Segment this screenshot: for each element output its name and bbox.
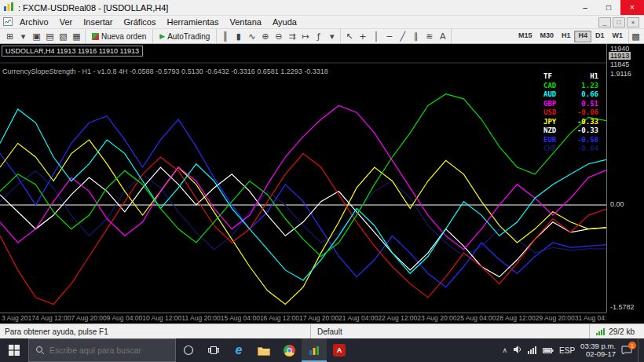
legend-rows: CAD1.23AUD0.66GBP0.51USD-0.06JPY-0.33NZD… (543, 82, 598, 154)
legend-row-aud: AUD0.66 (543, 90, 598, 100)
notification-center-button[interactable]: 1 (621, 346, 632, 355)
child-restore-icon[interactable]: □ (613, 17, 625, 27)
autotrading-button[interactable]: ▶ AutoTrading (155, 30, 214, 43)
chart-shift-icon[interactable]: ↦ (298, 30, 312, 43)
maximize-button[interactable]: □ (597, 0, 620, 15)
zoom-in-icon[interactable]: ⊕ (258, 30, 272, 43)
acrobat-button[interactable]: A (327, 338, 352, 362)
task-view-button[interactable] (201, 338, 226, 362)
menu-item-insertar[interactable]: Insertar (78, 17, 118, 27)
new-chart-icon[interactable]: ⊞ (3, 30, 16, 43)
file-explorer-button[interactable] (251, 338, 276, 362)
chart-window-icon (3, 17, 13, 27)
show-desktop-button[interactable] (638, 338, 642, 362)
time-label: 28 Aug 12:00 (496, 314, 536, 324)
time-label: 22 Aug 12:00 (378, 314, 417, 324)
acrobat-icon: A (333, 344, 346, 357)
crosshair-icon[interactable]: + (356, 30, 369, 43)
price-axis[interactable]: 11940 11913 11845 1.9116 0.00 -1.5782 (606, 44, 644, 313)
legend-tf-label: TF (543, 72, 564, 82)
new-order-icon (92, 33, 99, 40)
speaker-icon[interactable] (513, 343, 522, 357)
chart-list-dropdown-icon[interactable]: ▾ (16, 30, 30, 43)
toolbar-draw-group: ↖+│─╱∥≋A (341, 29, 452, 43)
strength-line-chf (0, 170, 606, 256)
child-minimize-icon[interactable]: _ (598, 17, 611, 27)
menu-bar-items: ArchivoVerInsertarGráficosHerramientasVe… (14, 17, 598, 27)
time-label: 25 Aug 04:00 (456, 314, 496, 324)
cortana-icon (183, 345, 194, 356)
menu-item-ayuda[interactable]: Ayuda (267, 17, 302, 27)
menu-item-archivo[interactable]: Archivo (14, 17, 54, 27)
play-icon: ▶ (159, 32, 165, 40)
horizontal-line-icon[interactable]: ─ (382, 30, 396, 43)
tray-expand-icon[interactable]: ∧ (503, 346, 508, 354)
zoom-out-icon[interactable]: ⊖ (272, 30, 285, 43)
time-label: 31 Aug 04:00 (575, 314, 606, 324)
time-axis[interactable]: 3 Aug 20174 Aug 12:007 Aug 20:009 Aug 04… (0, 313, 606, 324)
fibonacci-icon[interactable]: ≋ (423, 30, 436, 43)
indicators-icon[interactable]: ƒ (312, 30, 325, 43)
connection-bars-icon (596, 327, 605, 335)
line-chart-icon[interactable]: ∿ (245, 30, 258, 43)
trendline-icon[interactable]: ╱ (396, 30, 409, 43)
chart-plot[interactable]: USDOLLAR,H4 11913 11916 11910 11913 Curr… (0, 44, 606, 313)
timeframe-m30-button[interactable]: M30 (536, 31, 558, 42)
market-watch-icon[interactable]: ▤ (43, 30, 57, 43)
minimize-button[interactable]: – (573, 0, 597, 15)
taskbar-search[interactable] (28, 338, 176, 362)
ohlc-bars-icon[interactable]: ║ (218, 30, 232, 43)
cursor-icon[interactable]: ↖ (342, 30, 356, 43)
time-label: 7 Aug 20:00 (71, 314, 106, 324)
child-close-icon[interactable]: × (627, 17, 639, 27)
autotrading-label: AutoTrading (167, 32, 210, 41)
new-order-button[interactable]: Nueva orden (87, 30, 151, 43)
candlestick-icon[interactable]: ▮ (232, 30, 245, 43)
start-button[interactable] (0, 338, 28, 362)
timeframe-d1-button[interactable]: D1 (591, 31, 609, 42)
terminal-icon[interactable]: ▦ (70, 30, 83, 43)
profiles-icon[interactable]: ▣ (30, 30, 43, 43)
search-icon (35, 346, 45, 355)
chart-plot-svg[interactable] (0, 44, 606, 313)
navigator-icon[interactable]: ▧ (57, 30, 70, 43)
menu-item-graficos[interactable]: Gráficos (119, 17, 162, 27)
network-icon[interactable] (528, 343, 537, 357)
metatrader-icon (309, 346, 320, 356)
menu-item-herramientas[interactable]: Herramientas (161, 17, 224, 27)
menu-item-ventana[interactable]: Ventana (225, 17, 267, 27)
legend-header: TF H1 (543, 72, 598, 82)
current-price-label: 11913 (609, 52, 631, 60)
price-label: 11845 (610, 60, 629, 68)
equidistant-channel-icon[interactable]: ∥ (409, 30, 423, 43)
menu-item-ver[interactable]: Ver (54, 17, 79, 27)
taskbar: e A ∧ ESP 03:39 p.m. 02-09-17 1 (0, 338, 644, 362)
vertical-line-icon[interactable]: │ (369, 30, 382, 43)
folder-icon (258, 346, 270, 356)
close-button[interactable]: × (620, 0, 644, 15)
taskbar-clock[interactable]: 03:39 p.m. 02-09-17 (580, 342, 616, 359)
time-label: 17 Aug 20:00 (299, 314, 338, 324)
timeframe-w1-button[interactable]: W1 (609, 31, 628, 42)
language-indicator[interactable]: ESP (559, 346, 575, 355)
timeframe-m15-button[interactable]: M15 (514, 31, 536, 42)
time-label: 9 Aug 04:00 (107, 314, 142, 324)
metatrader-button[interactable] (302, 338, 327, 362)
templates-dropdown-icon[interactable]: ▾ (325, 30, 338, 43)
auto-scroll-icon[interactable]: ⇉ (285, 30, 298, 43)
battery-icon[interactable] (543, 343, 554, 357)
edge-button[interactable]: e (226, 338, 251, 362)
timeframe-h4-button[interactable]: H4 (574, 31, 591, 42)
chrome-button[interactable] (276, 338, 302, 362)
currency-strength-legend: TF H1 CAD1.23AUD0.66GBP0.51USD-0.06JPY-0… (543, 72, 598, 154)
period-palette-button[interactable]: ▩ (629, 30, 642, 43)
cortana-button[interactable] (176, 338, 201, 362)
legend-row-chf: CHF-0.64 (543, 144, 598, 154)
timeframe-h1-button[interactable]: H1 (558, 31, 575, 42)
toolbar: ⊞▾▣▤▧▦ Nueva orden ▶ AutoTrading ║▮∿⊕⊖⇉↦… (0, 29, 644, 44)
scale-bottom-label: -1.5782 (610, 303, 635, 311)
search-input[interactable] (49, 346, 163, 355)
text-label-icon[interactable]: A (436, 30, 449, 43)
status-profile[interactable]: Default (310, 324, 521, 338)
title-bar: : FXCM-USDReal08 - [USDOLLAR,H4] – □ × (0, 0, 644, 16)
